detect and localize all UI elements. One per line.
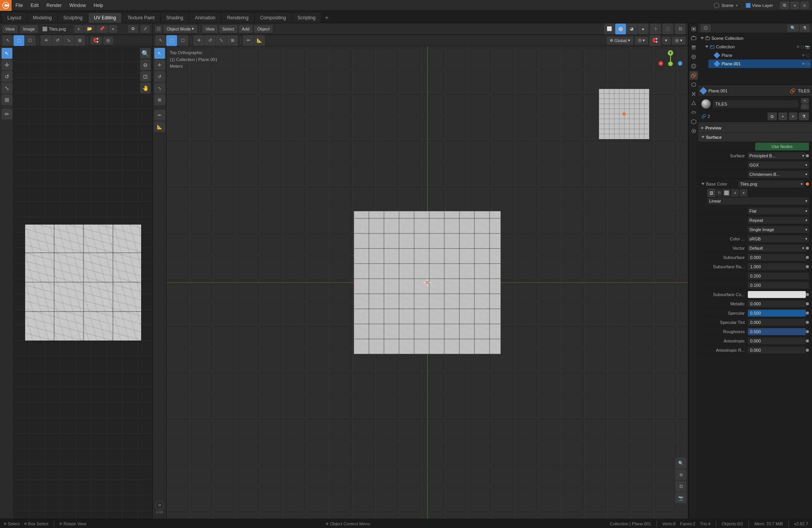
viewport-zoom-in[interactable]: 🔍 [676, 458, 686, 468]
uv-zoom-out-btn[interactable]: ⊖ [140, 60, 151, 70]
color-srgb-dropdown[interactable]: sRGB ▾ [748, 235, 809, 242]
viewport-add-menu[interactable]: Add [239, 25, 253, 33]
proportional-btn[interactable]: ◎ ▾ [672, 37, 686, 44]
collection-render-icon[interactable]: 📷 [805, 45, 810, 49]
tab-compositing[interactable]: Compositing [255, 13, 292, 23]
image-delete-btn[interactable]: × [740, 189, 747, 197]
viewport-rotate-tool[interactable]: ↺ [205, 35, 215, 46]
scene-name[interactable]: Scene [722, 3, 734, 8]
uv-transform-v-tool[interactable]: ⊞ [2, 94, 12, 105]
uv-scale-v-tool[interactable]: ⤡ [2, 83, 12, 94]
v-rotate-tool[interactable]: ↺ [154, 71, 165, 82]
collection-viewport-icon[interactable]: ⬡ [801, 45, 804, 49]
uv-open-image-btn[interactable]: 📂 [84, 25, 96, 33]
viewport-lasso-tool[interactable]: ⬡ [177, 35, 188, 46]
object-data-props-tab[interactable] [689, 118, 698, 126]
outliner-filter-btn[interactable]: ⚗ [800, 24, 810, 32]
uv-view-menu[interactable]: View [2, 25, 18, 33]
uv-close-image-btn[interactable]: × [109, 25, 117, 33]
tab-shading[interactable]: Shading [161, 13, 189, 23]
uv-transform-tool[interactable]: ⊞ [74, 35, 85, 46]
tab-animation[interactable]: Animation [189, 13, 221, 23]
cad-tool[interactable]: ⚙ CAD [155, 501, 164, 514]
wireframe-shading-btn[interactable]: ⬜ [604, 24, 615, 34]
base-color-dropdown[interactable]: Tiles.png ▾ [739, 181, 804, 187]
uv-hand-tool-btn[interactable]: 🤚 [140, 83, 151, 94]
v-move-tool[interactable]: ✛ [154, 60, 165, 70]
repeat-dropdown[interactable]: Repeat ▾ [748, 217, 809, 224]
v-scale-tool[interactable]: ⤡ [154, 83, 165, 94]
viewport-scale-tool[interactable]: ⤡ [216, 35, 227, 46]
uv-options-btn[interactable]: ⚙ [128, 25, 138, 33]
v-measure-tool[interactable]: 📐 [154, 121, 165, 132]
uv-select-tool[interactable]: ⬚ [14, 35, 24, 46]
single-image-dropdown[interactable]: Single Image ▾ [748, 226, 809, 233]
render-props-tab[interactable] [689, 25, 698, 33]
viewport-cursor-tool[interactable]: ↖ [155, 35, 166, 46]
uv-maximize-btn[interactable]: ⤢ [140, 25, 150, 33]
viewport-view-menu[interactable]: View [202, 25, 218, 33]
tab-texture-paint[interactable]: Texture Paint [122, 13, 160, 23]
add-workspace-btn[interactable]: + [322, 13, 332, 23]
editor-type-icon[interactable]: ⬡ [155, 26, 162, 32]
menu-render[interactable]: Render [43, 0, 65, 10]
vector-dot[interactable] [806, 247, 809, 250]
anisotropic-r-value-field[interactable]: 0.000 [748, 347, 806, 354]
tab-rendering[interactable]: Rendering [222, 13, 254, 23]
surface-section-header[interactable]: Surface [698, 133, 812, 142]
distribution-dropdown[interactable]: GGX ▾ [748, 162, 809, 169]
shader-type-dropdown[interactable]: Principled B... ▾ [748, 152, 806, 159]
subsurface-value-field[interactable]: 0.000 [748, 254, 806, 261]
view-layer-remove-btn[interactable]: × [800, 2, 809, 9]
solid-shading-btn[interactable]: ⬤ [615, 24, 626, 34]
uv-proportional-btn[interactable]: ◎ [103, 37, 113, 44]
uv-cursor-tool[interactable]: ↖ [2, 35, 13, 46]
material-slot-remove-btn[interactable]: - [801, 104, 809, 109]
object-props-tab[interactable] [689, 127, 698, 135]
outliner-editor-type[interactable]: ⬡ [701, 24, 711, 32]
viewport-move-tool[interactable]: ✛ [193, 35, 204, 46]
plane-001-viewport-icon[interactable]: ⬡ [806, 62, 810, 66]
anisotropic-value-field[interactable]: 0.000 [748, 337, 806, 344]
outliner-search-btn[interactable]: 🔍 [787, 24, 799, 32]
viewport-gizmo[interactable]: Y Z X [657, 50, 684, 77]
shader-dot[interactable] [806, 154, 809, 157]
roughness-dot[interactable] [806, 330, 809, 333]
viewport-xray-btn[interactable]: ⊡ [675, 24, 686, 34]
subsurface-co-dot[interactable] [806, 293, 809, 296]
menu-edit[interactable]: Edit [27, 0, 43, 10]
viewport-zoom-out[interactable]: ⊖ [676, 469, 686, 480]
tab-scripting[interactable]: Scripting [292, 13, 321, 23]
plane-001-item[interactable]: Plane.001 👁 ⬡ [708, 60, 811, 68]
tab-modeling[interactable]: Modeling [27, 13, 57, 23]
viewport-3d[interactable]: Top Orthographic (1) Collection | Plane.… [167, 46, 688, 519]
view-layer-copy-btn[interactable]: ⧉ [780, 2, 789, 9]
particles-props-tab[interactable] [689, 90, 698, 98]
specular-dot[interactable] [806, 312, 809, 315]
collection-eye-icon[interactable]: 👁 [796, 45, 800, 49]
view-layer-new-btn[interactable]: + [790, 2, 799, 9]
uv-zoom-extent-btn[interactable]: ⊡ [140, 71, 151, 82]
snapping-btn[interactable]: 🧲 [650, 35, 660, 46]
image-new-btn[interactable]: + [731, 189, 739, 197]
subsurface-ra-2[interactable]: 0.200 [748, 273, 809, 279]
viewport-annotate-tool[interactable]: ✏ [243, 35, 254, 46]
view-layer-props-tab[interactable] [689, 43, 698, 52]
uv-move-v-tool[interactable]: ✛ [2, 60, 12, 70]
preview-section-header[interactable]: Preview [698, 123, 812, 133]
uv-move-tool[interactable]: ✛ [41, 35, 51, 46]
subsurface-method-dropdown[interactable]: Christensen-B... ▾ [748, 171, 809, 178]
tab-sculpting[interactable]: Sculpting [58, 13, 88, 23]
material-filter-btn[interactable]: ⚗ [799, 112, 809, 120]
render-shading-btn[interactable]: ● [638, 24, 648, 34]
menu-help[interactable]: Help [90, 0, 107, 10]
viewport-mode-btn[interactable]: Object Mode ▾ [164, 25, 197, 33]
material-remove-x-btn[interactable]: × [789, 112, 797, 120]
subsurface-dot[interactable] [806, 256, 809, 259]
tab-layout[interactable]: Layout [2, 13, 27, 23]
v-transform-tool[interactable]: ⊞ [154, 94, 165, 105]
pivot-btn[interactable]: ⊙ ▾ [635, 37, 648, 44]
ti-label-btn[interactable]: Ti [716, 189, 722, 197]
anisotropic-r-dot[interactable] [806, 349, 809, 352]
collection-item[interactable]: Collection 👁 ⬡ 📷 [704, 43, 811, 51]
